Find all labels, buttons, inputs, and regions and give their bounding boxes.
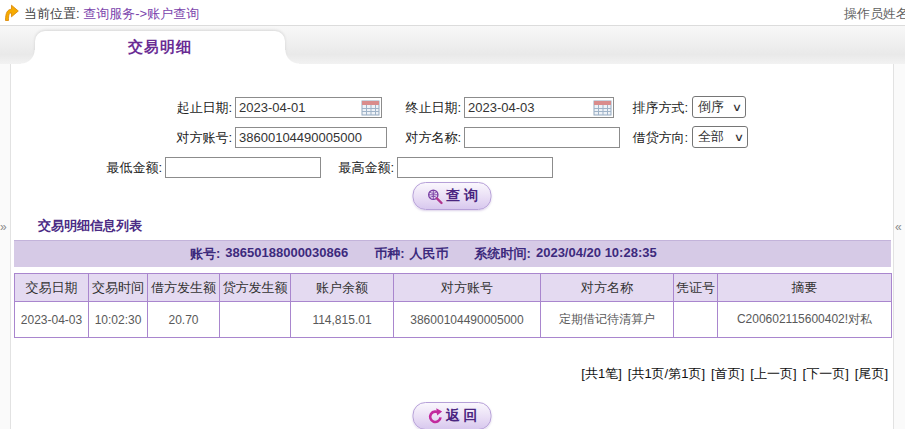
currency: 币种: 人民币 (374, 245, 448, 263)
pagination: [共1笔][共1页/第1页][首页][上一页][下一页][尾页] (575, 365, 888, 383)
location-arrow-icon (3, 4, 19, 21)
table-cell: 20.70 (148, 302, 220, 338)
start-date-input[interactable] (239, 99, 361, 116)
breadcrumb: 当前位置: 查询服务->账户查询 (24, 5, 199, 23)
counterparty-name-input[interactable] (468, 129, 618, 146)
column-header: 对方名称 (541, 274, 674, 302)
debit-credit-direction-label: 借贷方向: (620, 128, 688, 148)
table-row: 2023-04-0310:02:3020.70114,815.013860010… (15, 302, 892, 338)
breadcrumb-path-link[interactable]: 查询服务->账户查询 (83, 6, 199, 21)
right-panel-rail: « (893, 64, 905, 429)
counterparty-account-label: 对方账号: (160, 128, 232, 148)
pagination-info: [共1页/第1页] (628, 366, 705, 381)
pagination-link[interactable]: [上一页] (750, 366, 796, 381)
column-header: 凭证号 (674, 274, 718, 302)
start-date-label: 起止日期: (160, 98, 232, 118)
table-cell (674, 302, 718, 338)
tab-strip: 交易明细 (0, 26, 905, 64)
content-body: » 起止日期: 终止日期: 排 (0, 64, 905, 429)
sort-order-value: 倒序 (698, 98, 724, 116)
column-header: 借方发生额 (148, 274, 220, 302)
table-cell: C200602115600402!对私 (718, 302, 892, 338)
counterparty-account-field[interactable] (235, 127, 387, 148)
end-date-input[interactable] (468, 99, 593, 116)
return-button[interactable]: 返 回 (413, 402, 492, 429)
column-header: 交易日期 (15, 274, 89, 302)
counterparty-name-label: 对方名称: (393, 128, 461, 148)
calendar-icon[interactable] (361, 100, 380, 116)
pagination-link[interactable]: [首页] (711, 366, 744, 381)
max-amount-label: 最高金额: (334, 158, 394, 178)
currency-label: 币种: (374, 245, 404, 263)
query-button-label: 查 询 (446, 187, 478, 205)
search-icon (426, 188, 443, 205)
query-button[interactable]: 查 询 (413, 182, 492, 210)
breadcrumb-label: 当前位置: (24, 6, 80, 21)
account-info-bar: 账号: 38650188000030866 币种: 人民币 系统时间: 2023… (14, 240, 891, 267)
max-amount-input[interactable] (401, 159, 551, 176)
sort-order-select[interactable]: 倒序 ∨ (692, 96, 746, 118)
column-header: 摘要 (718, 274, 892, 302)
system-time-value: 2023/04/20 10:28:35 (536, 245, 657, 263)
system-time: 系统时间: 2023/04/20 10:28:35 (475, 245, 657, 263)
direction-value: 全部 (698, 128, 724, 146)
table-header-row: 交易日期交易时间借方发生额贷方发生额账户余额对方账号对方名称凭证号摘要 (15, 274, 892, 302)
column-header: 账户余额 (291, 274, 394, 302)
debit-credit-direction-select[interactable]: 全部 ∨ (692, 126, 748, 148)
min-amount-field[interactable] (165, 157, 321, 178)
table-cell: 38600104490005000 (394, 302, 541, 338)
tab-transaction-detail[interactable]: 交易明细 (35, 31, 285, 64)
counterparty-account-input[interactable] (239, 129, 385, 146)
end-date-label: 终止日期: (389, 98, 461, 118)
main-panel: 起止日期: 终止日期: 排序方式: 倒序 (11, 64, 893, 429)
pagination-link[interactable]: [下一页] (803, 366, 849, 381)
column-header: 对方账号 (394, 274, 541, 302)
column-header: 交易时间 (89, 274, 148, 302)
calendar-icon[interactable] (593, 100, 612, 116)
min-amount-label: 最低金额: (90, 158, 162, 178)
min-amount-input[interactable] (169, 159, 319, 176)
table-cell: 114,815.01 (291, 302, 394, 338)
account-value: 38650188000030866 (225, 245, 348, 263)
pagination-info: [共1笔] (581, 366, 621, 381)
currency-value: 人民币 (410, 245, 449, 263)
column-header: 贷方发生额 (220, 274, 291, 302)
table-cell (220, 302, 291, 338)
end-date-field[interactable] (464, 97, 614, 118)
system-time-label: 系统时间: (475, 245, 531, 263)
chevron-down-icon: ∨ (732, 101, 742, 114)
collapse-left-icon[interactable]: » (0, 221, 7, 233)
left-panel-rail: » (0, 64, 11, 429)
collapse-right-icon[interactable]: « (895, 221, 902, 233)
table-cell: 10:02:30 (89, 302, 148, 338)
sort-order-label: 排序方式: (622, 98, 688, 118)
table-cell: 定期借记待清算户 (541, 302, 674, 338)
chevron-down-icon: ∨ (734, 131, 744, 144)
account-label: 账号: (190, 245, 220, 263)
operator-name-label: 操作员姓名 (844, 5, 905, 23)
top-bar: 当前位置: 查询服务->账户查询 操作员姓名 (0, 0, 905, 26)
account-number: 账号: 38650188000030866 (190, 245, 348, 263)
return-button-label: 返 回 (446, 407, 478, 425)
transactions-table: 交易日期交易时间借方发生额贷方发生额账户余额对方账号对方名称凭证号摘要 2023… (14, 273, 892, 338)
page: 当前位置: 查询服务->账户查询 操作员姓名 交易明细 » 起止日期: (0, 0, 905, 429)
tab-title: 交易明细 (128, 38, 192, 57)
pagination-link[interactable]: [尾页] (855, 366, 888, 381)
section-title: 交易明细信息列表 (38, 217, 142, 235)
counterparty-name-field[interactable] (464, 127, 620, 148)
start-date-field[interactable] (235, 97, 382, 118)
return-arrow-icon (427, 408, 443, 424)
table-cell: 2023-04-03 (15, 302, 89, 338)
max-amount-field[interactable] (397, 157, 553, 178)
